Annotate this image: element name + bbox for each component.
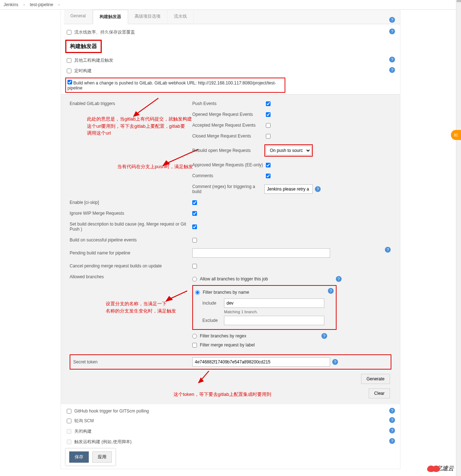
gitlab-trigger-checkbox[interactable] [67, 80, 72, 84]
filter-by-label-label: Filter merge request by label [200, 342, 255, 348]
cancel-pending-label: Cancel pending merge request builds on u… [70, 263, 192, 268]
comments-checkbox[interactable] [266, 174, 271, 178]
tab-advanced[interactable]: 高级项目选项 [128, 10, 167, 24]
help-icon[interactable]: ? [332, 359, 338, 365]
comment-regex-label: Comment (regex) for triggering a build [192, 184, 264, 194]
set-description-label: Set build description to build cause (eg… [70, 222, 192, 232]
github-hook-label: GitHub hook trigger for GITScm polling [74, 409, 149, 414]
breadcrumb-pipeline[interactable]: test-pipeline [30, 2, 53, 7]
include-label: Include [202, 301, 220, 306]
comment-regex-input[interactable] [264, 184, 313, 194]
form-content: 流水线效率、持久保存设置覆盖 ? 构建触发器 其他工程构建后触发 ? 定时构建 … [61, 24, 400, 469]
timed-label: 定时构建 [74, 68, 92, 74]
efficiency-label: 流水线效率、持久保存设置覆盖 [74, 29, 135, 35]
opened-mr-label: Opened Merge Request Events [192, 112, 264, 117]
rebuild-mr-select[interactable]: On push to source bra [266, 146, 311, 155]
github-hook-checkbox[interactable] [67, 409, 71, 414]
clear-button[interactable]: Clear [369, 388, 390, 398]
cancel-pending-checkbox[interactable] [192, 264, 197, 268]
annotation-4: 这个token，等下要去gitlab上配置集成时要用到 [174, 391, 271, 398]
help-icon[interactable]: ? [389, 57, 395, 62]
generate-button[interactable]: Generate [361, 374, 390, 384]
ignore-wip-checkbox[interactable] [192, 211, 197, 216]
include-input[interactable] [224, 298, 324, 308]
close-build-label: 关闭构建 [74, 428, 92, 434]
help-icon[interactable]: ? [389, 438, 395, 444]
rebuild-select-box: On push to source bra [264, 144, 313, 157]
after-other-checkbox[interactable] [67, 58, 71, 63]
section-title-triggers: 构建触发器 [65, 40, 102, 53]
ignore-wip-label: Ignore WIP Merge Requests [70, 211, 192, 216]
after-other-label: 其他工程构建后触发 [74, 57, 113, 64]
annotation-3: 设置分支的名称，当满足一下 名称的分支发生变化时，满足触发 [106, 300, 176, 314]
secret-token-row: Secret token ? [70, 354, 391, 370]
help-icon[interactable]: ? [321, 333, 327, 339]
save-button[interactable]: 保存 [69, 451, 89, 463]
accepted-mr-label: Accepted Merge Request Events [192, 123, 264, 128]
help-icon[interactable]: ? [389, 417, 395, 423]
rebuild-mr-label: Rebuild open Merge Requests [192, 148, 264, 153]
filter-by-regex-radio[interactable] [192, 334, 197, 339]
ci-skip-label: Enable [ci-skip] [70, 200, 192, 205]
build-on-success-label: Build on successful pipeline events [70, 237, 192, 243]
comments-label: Comments [192, 173, 264, 178]
enabled-triggers-label: Enabled GitLab triggers [70, 101, 192, 106]
pending-name-label: Pending build name for pipeline [70, 250, 192, 256]
watermark: 亿速云 [427, 465, 454, 469]
accepted-mr-checkbox[interactable] [266, 123, 271, 128]
filter-by-name-radio[interactable] [195, 290, 200, 295]
filter-by-label-checkbox[interactable] [192, 343, 197, 348]
help-icon[interactable]: ? [389, 408, 395, 414]
timed-checkbox[interactable] [67, 69, 71, 73]
apply-button[interactable]: 应用 [92, 451, 112, 463]
help-icon[interactable]: ? [389, 67, 395, 73]
footer-buttons: 保存 应用 [65, 448, 116, 466]
filter-by-regex-label: Filter branches by regex [200, 333, 246, 339]
help-icon[interactable]: ? [315, 186, 321, 192]
scrollbar[interactable] [456, 0, 461, 469]
allow-all-radio[interactable] [192, 277, 197, 281]
matching-text: Matching 1 branch. [202, 310, 334, 314]
remote-trigger-label: 触发远程构建 (例如,使用脚本) [74, 439, 132, 445]
approved-mr-label: Approved Merge Requests (EE-only) [192, 162, 264, 167]
tab-general[interactable]: General [64, 10, 93, 24]
push-events-label: Push Events [192, 101, 264, 106]
closed-mr-checkbox[interactable] [266, 134, 271, 139]
breadcrumb-jenkins[interactable]: Jenkins [4, 2, 18, 7]
set-description-checkbox[interactable] [192, 224, 197, 229]
scrollbar-thumb[interactable] [457, 0, 461, 2]
badge-81[interactable]: 81 [451, 130, 461, 140]
help-icon[interactable]: ? [385, 247, 391, 253]
help-icon[interactable]: ? [389, 29, 395, 34]
tab-pipeline[interactable]: 流水线 [167, 10, 194, 24]
breadcrumb-separator: › [58, 2, 60, 7]
filter-by-name-label: Filter branches by name [203, 290, 249, 295]
help-icon[interactable]: ? [389, 17, 395, 23]
gitlab-details: 此处的意思是，当gitlab上有代码提交，就触发构建 这个url要用到，等下去g… [61, 94, 400, 404]
efficiency-checkbox[interactable] [67, 30, 71, 35]
build-on-success-checkbox[interactable] [192, 238, 197, 243]
ci-skip-checkbox[interactable] [192, 200, 197, 205]
approved-mr-checkbox[interactable] [266, 163, 271, 167]
exclude-input[interactable] [224, 316, 324, 325]
filter-by-name-box: Filter branches by name ? Include Matchi… [192, 285, 337, 330]
tab-triggers[interactable]: 构建触发器 [93, 10, 128, 24]
remote-trigger-checkbox[interactable] [67, 440, 71, 444]
close-build-checkbox[interactable] [67, 429, 71, 434]
secret-token-input[interactable] [192, 357, 330, 367]
help-icon[interactable]: ? [389, 428, 395, 433]
secret-token-label: Secret token [73, 359, 192, 364]
main-panel: General 构建触发器 高级项目选项 流水线 流水线效率、持久保存设置覆盖 … [61, 10, 400, 469]
allowed-branches-label: Allowed branches [70, 274, 192, 279]
help-icon[interactable]: ? [328, 288, 334, 294]
pending-name-input[interactable] [192, 248, 330, 258]
poll-scm-label: 轮询 SCM [74, 418, 94, 424]
push-events-checkbox[interactable] [266, 101, 271, 106]
opened-mr-checkbox[interactable] [266, 112, 271, 117]
gitlab-trigger-label: Build when a change is pushed to GitLab.… [67, 80, 276, 91]
poll-scm-checkbox[interactable] [67, 419, 71, 423]
breadcrumb-separator: › [23, 2, 25, 7]
breadcrumb: Jenkins › test-pipeline › [0, 0, 461, 10]
closed-mr-label: Closed Merge Request Events [192, 134, 264, 139]
help-icon[interactable]: ? [336, 276, 342, 282]
